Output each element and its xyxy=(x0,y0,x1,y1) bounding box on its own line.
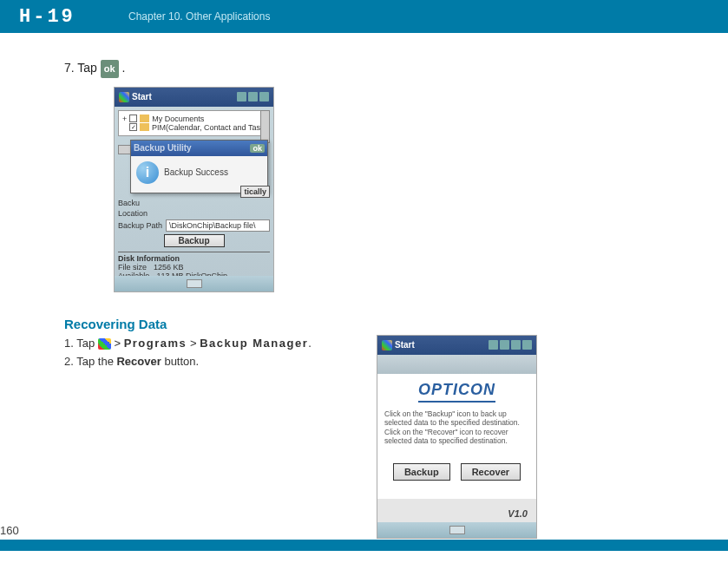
status-icon xyxy=(248,92,258,101)
status-icon xyxy=(237,92,246,101)
checkbox-icon: ✓ xyxy=(129,123,137,131)
step-2: 2. Tap the Recover button. xyxy=(64,353,342,370)
page-number: 160 xyxy=(0,524,19,537)
file-size-label: File size xyxy=(118,263,147,272)
keyboard-icon xyxy=(449,526,465,534)
screenshot-backup-success: Start + My Documents ✓ PIM(Calendar, Con… xyxy=(114,87,274,292)
file-size-value: 1256 KB xyxy=(154,263,184,272)
wm-start-bar: Start xyxy=(115,88,273,107)
backup-button: Backup xyxy=(393,463,450,481)
backup-button: Backup xyxy=(164,234,225,247)
status-icon xyxy=(259,92,269,101)
screenshot-backup-manager: Start OPTICON Click on the "Backup" icon… xyxy=(377,335,537,539)
start-label: Start xyxy=(395,340,415,350)
wm-bottom-bar xyxy=(115,276,273,291)
programs-label: Programs xyxy=(124,337,187,350)
status-icon xyxy=(511,340,521,350)
status-icon xyxy=(522,340,532,350)
status-icon xyxy=(489,340,498,350)
recover-label: Recover xyxy=(116,355,161,368)
tree-label: My Documents xyxy=(152,115,204,123)
tree-row: + My Documents xyxy=(122,115,266,123)
app-description: Click on the "Backup" icon to back up se… xyxy=(384,409,529,447)
dialog-message: Backup Success xyxy=(164,167,228,177)
keyboard-icon xyxy=(187,279,202,288)
automatically-button-partial: tically xyxy=(240,186,270,198)
backup-manager-label: Backup Manager xyxy=(200,337,308,350)
folder-icon xyxy=(140,123,149,131)
step-7-prefix: 7. Tap xyxy=(64,61,101,75)
app-body: OPTICON Click on the "Backup" icon to ba… xyxy=(377,374,536,499)
recover-button: Recover xyxy=(461,463,521,481)
dialog-titlebar: Backup Utility ok xyxy=(131,141,267,156)
folder-icon xyxy=(140,115,149,122)
wm-start-bar: Start xyxy=(377,336,536,355)
info-icon: i xyxy=(136,161,159,184)
step-7: 7. Tap ok . xyxy=(64,59,664,78)
device-logo: H-19 xyxy=(19,6,106,28)
step-1: 1. Tap > Programs > Backup Manager. xyxy=(64,335,342,352)
ok-button-icon: ok xyxy=(250,144,265,153)
disk-info-label: Disk Information xyxy=(118,254,270,263)
folder-tree: + My Documents ✓ PIM(Calendar, Contact a… xyxy=(118,110,270,136)
chapter-title: Chapter 10. Other Applications xyxy=(128,10,270,23)
wm-bottom-bar xyxy=(377,522,536,538)
tree-label: PIM(Calendar, Contact and Tas xyxy=(152,123,260,132)
recovering-data-heading: Recovering Data xyxy=(64,317,664,331)
backup-path-label: Backup Path xyxy=(118,221,162,230)
windows-flag-icon xyxy=(382,340,392,350)
location-label: Location xyxy=(118,209,148,218)
page-content: 7. Tap ok . Start + My Documents xyxy=(0,33,728,539)
start-label: Start xyxy=(132,92,152,101)
windows-flag-icon xyxy=(98,338,111,350)
step-7-suffix: . xyxy=(119,61,126,75)
version-label: V1.0 xyxy=(508,508,528,519)
scrollbar-vertical xyxy=(260,110,270,143)
opticon-logo: OPTICON xyxy=(418,381,495,403)
status-icon xyxy=(500,340,509,350)
footer-bar xyxy=(0,540,728,551)
windows-flag-icon xyxy=(119,92,129,102)
dialog-title: Backup Utility xyxy=(134,143,192,153)
ok-icon: ok xyxy=(101,60,119,78)
backup-label-partial: Backu xyxy=(118,199,140,207)
backup-path-value: \DiskOnChip\Backup file\ xyxy=(166,219,270,232)
header-bar: H-19 Chapter 10. Other Applications xyxy=(0,0,728,33)
checkbox-icon xyxy=(129,115,137,122)
steps-column: 1. Tap > Programs > Backup Manager. 2. T… xyxy=(64,335,342,539)
tree-row: ✓ PIM(Calendar, Contact and Tas xyxy=(122,123,266,132)
